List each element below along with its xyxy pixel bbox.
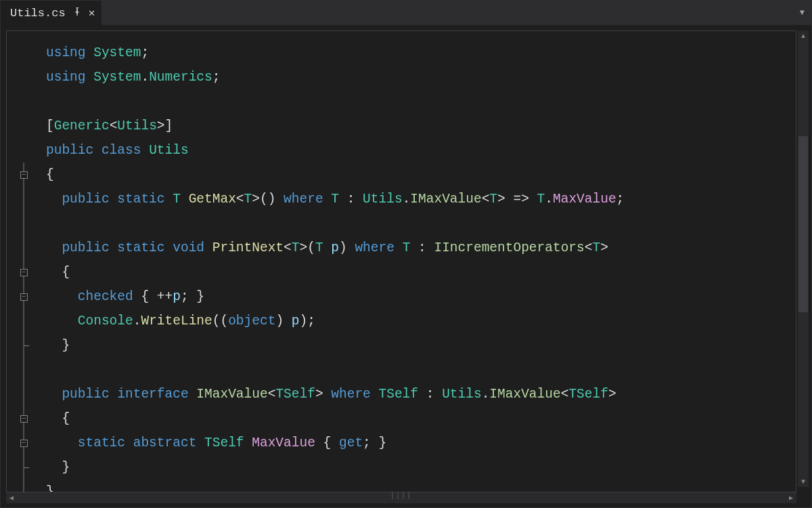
splitter-grip-icon[interactable]: |||| xyxy=(390,492,412,500)
outline-row[interactable]: − xyxy=(14,431,34,455)
code-line[interactable] xyxy=(46,358,624,382)
code-line[interactable]: static abstract TSelf MaxValue { get; } xyxy=(46,431,624,455)
outline-margin[interactable]: −−−−− xyxy=(14,41,34,492)
tab-overflow-button[interactable]: ▼ xyxy=(800,1,805,25)
outline-row[interactable] xyxy=(14,455,34,480)
code-line[interactable]: Console.WriteLine((object) p); xyxy=(46,309,624,333)
scroll-up-icon[interactable]: ▲ xyxy=(798,30,809,41)
horizontal-scrollbar[interactable]: ◀ |||| ▶ xyxy=(6,492,796,503)
tab-filename: Utils.cs xyxy=(10,7,66,20)
pin-icon[interactable] xyxy=(72,7,82,19)
code-line[interactable]: using System; xyxy=(46,41,624,65)
code-editor[interactable]: −−−−− using System;using System.Numerics… xyxy=(6,30,796,492)
vertical-scrollbar[interactable]: ▲ ▼ xyxy=(798,30,809,487)
outline-row[interactable]: − xyxy=(14,284,34,309)
horizontal-scroll-track[interactable]: |||| xyxy=(17,492,786,503)
outline-row[interactable]: − xyxy=(14,260,34,284)
outline-row[interactable] xyxy=(14,187,34,211)
code-line[interactable]: public class Utils xyxy=(46,138,624,163)
collapse-toggle-icon[interactable]: − xyxy=(20,415,28,423)
outline-row[interactable]: − xyxy=(14,163,34,187)
code-line[interactable]: } xyxy=(46,455,624,480)
code-line[interactable]: { xyxy=(46,260,624,284)
outline-row[interactable] xyxy=(14,309,34,333)
tab-utils-cs[interactable]: Utils.cs ✕ xyxy=(1,1,102,25)
vertical-scroll-thumb[interactable] xyxy=(798,136,808,312)
code-line[interactable]: public static void PrintNext<T>(T p) whe… xyxy=(46,236,624,260)
code-line[interactable]: public interface IMaxValue<TSelf> where … xyxy=(46,382,624,406)
editor-surface: −−−−− using System;using System.Numerics… xyxy=(1,25,811,507)
code-line[interactable]: public static T GetMax<T>() where T : Ut… xyxy=(46,187,624,211)
tab-strip: Utils.cs ✕ ▼ xyxy=(1,1,811,25)
scroll-down-icon[interactable]: ▼ xyxy=(798,476,809,487)
outline-row[interactable] xyxy=(14,89,34,114)
code-line[interactable]: [Generic<Utils>] xyxy=(46,114,624,138)
outline-row[interactable] xyxy=(14,480,34,492)
scroll-left-icon[interactable]: ◀ xyxy=(6,494,17,502)
outline-row[interactable] xyxy=(14,211,34,236)
collapse-toggle-icon[interactable]: − xyxy=(20,171,28,179)
collapse-toggle-icon[interactable]: − xyxy=(20,440,28,447)
outline-row[interactable] xyxy=(14,382,34,406)
outline-row[interactable] xyxy=(14,114,34,138)
outline-row[interactable] xyxy=(14,358,34,382)
code-area[interactable]: using System;using System.Numerics;[Gene… xyxy=(46,41,624,492)
code-line[interactable]: { xyxy=(46,163,624,187)
code-line[interactable] xyxy=(46,211,624,236)
scroll-right-icon[interactable]: ▶ xyxy=(786,494,796,502)
code-line[interactable]: checked { ++p; } xyxy=(46,284,624,309)
outline-row[interactable] xyxy=(14,236,34,260)
code-line[interactable] xyxy=(46,89,624,114)
outline-row[interactable] xyxy=(14,41,34,65)
editor-window: Utils.cs ✕ ▼ −−−−− using System;using Sy… xyxy=(0,0,812,508)
collapse-toggle-icon[interactable]: − xyxy=(20,293,28,301)
outline-row[interactable]: − xyxy=(14,406,34,431)
code-line[interactable]: using System.Numerics; xyxy=(46,65,624,89)
outline-row[interactable] xyxy=(14,138,34,163)
code-line[interactable]: } xyxy=(46,333,624,358)
code-line[interactable]: } xyxy=(46,480,624,492)
collapse-toggle-icon[interactable]: − xyxy=(20,269,28,276)
outline-row[interactable] xyxy=(14,65,34,89)
close-icon[interactable]: ✕ xyxy=(89,6,95,20)
outline-row[interactable] xyxy=(14,333,34,358)
code-line[interactable]: { xyxy=(46,406,624,431)
